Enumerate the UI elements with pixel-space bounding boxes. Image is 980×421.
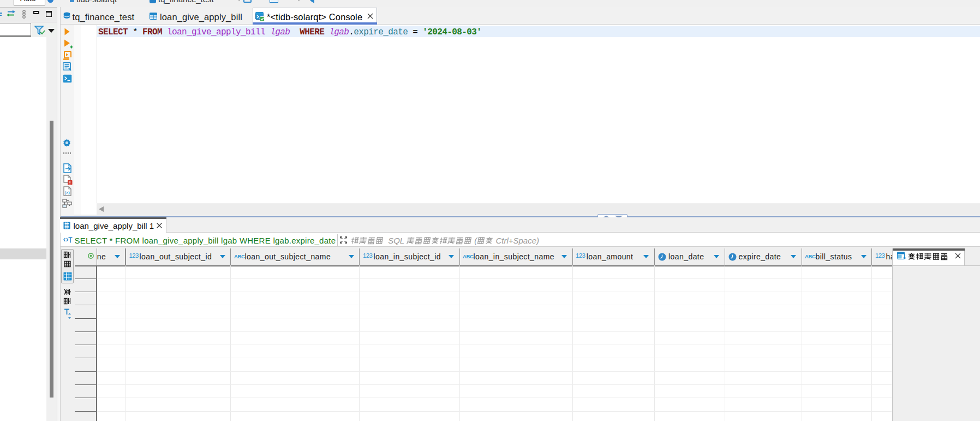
svg-text:(x): (x) bbox=[65, 190, 70, 195]
